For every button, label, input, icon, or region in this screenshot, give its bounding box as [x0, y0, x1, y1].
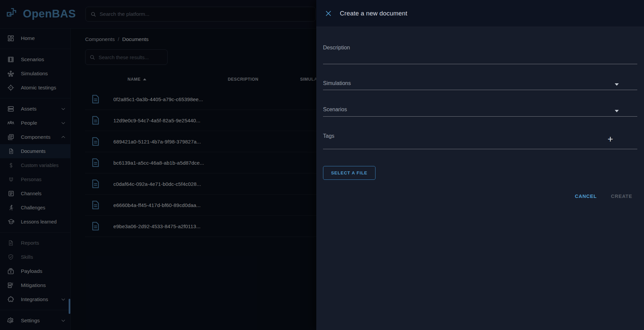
- drawer-actions: CANCEL CREATE: [574, 192, 633, 201]
- simulations-select-label: Simulations: [323, 80, 351, 86]
- drawer-body: Description Simulations Scenarios Tags +…: [316, 27, 644, 330]
- close-drawer-button[interactable]: [322, 7, 335, 20]
- tags-field-label: Tags: [323, 133, 334, 139]
- dropdown-arrow-icon[interactable]: [615, 110, 619, 112]
- cancel-button[interactable]: CANCEL: [574, 192, 597, 201]
- scenarios-select-label: Scenarios: [323, 107, 347, 113]
- openbas-app: OpenBAS Search the platform... HomeScena…: [0, 0, 644, 330]
- tags-field-underline: [323, 149, 637, 149]
- drawer-backdrop[interactable]: [0, 0, 316, 330]
- close-icon: [325, 10, 332, 17]
- dropdown-arrow-icon[interactable]: [615, 83, 619, 86]
- create-document-drawer: Create a new document Description Simula…: [316, 0, 644, 330]
- add-tag-button[interactable]: +: [608, 134, 613, 144]
- description-field-label: Description: [323, 45, 350, 51]
- create-button[interactable]: CREATE: [610, 192, 633, 201]
- simulations-select-underline: [323, 90, 637, 90]
- select-file-button[interactable]: SELECT A FILE: [323, 166, 375, 180]
- scenarios-select-underline: [323, 116, 637, 117]
- drawer-title: Create a new document: [340, 10, 407, 17]
- description-field-underline: [323, 64, 637, 64]
- drawer-header: Create a new document: [316, 0, 644, 27]
